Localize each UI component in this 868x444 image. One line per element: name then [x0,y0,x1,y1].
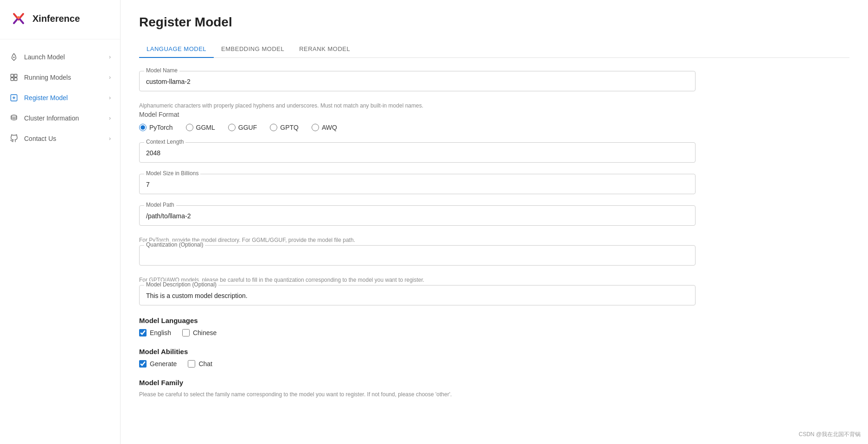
rocket-icon [9,52,19,62]
model-format-label: Model Format [139,111,696,118]
checkbox-english-label: English [150,329,171,336]
svg-rect-5 [11,78,13,81]
radio-pytorch-input[interactable] [139,124,147,131]
svg-point-1 [17,16,20,19]
radio-gguf[interactable]: GGUF [228,124,257,131]
model-description-input[interactable] [146,291,689,300]
sidebar-item-cluster-information[interactable]: Cluster Information › [0,108,120,128]
model-abilities-title: Model Abilities [139,348,696,355]
model-size-input[interactable] [146,180,689,189]
model-path-input[interactable] [146,211,689,221]
chevron-icon-contact: › [109,135,111,142]
radio-ggml-label: GGML [196,124,215,131]
svg-point-10 [11,115,17,117]
checkbox-english[interactable]: English [139,329,171,336]
model-format-radio-group: PyTorch GGML GGUF GPTQ AWQ [139,124,696,131]
model-path-label: Model Path [144,202,176,208]
quantization-hint: For GPTQ/AWQ models, please be careful t… [139,277,696,283]
model-description-label: Model Description (Optional) [144,281,218,288]
radio-awq-label: AWQ [322,124,337,131]
model-abilities-section: Model Abilities Generate Chat [139,348,696,368]
sidebar-item-launch-model[interactable]: Launch Model › [0,47,120,67]
quantization-label: Quantization (Optional) [144,241,205,248]
checkbox-english-input[interactable] [139,329,147,336]
context-length-label: Context Length [144,139,185,145]
sidebar-item-running-models[interactable]: Running Models › [0,67,120,88]
model-name-hint: Alphanumeric characters with properly pl… [139,102,696,109]
model-description-field: Model Description (Optional) [139,285,696,305]
sidebar: Xinference Launch Model › [0,0,121,444]
radio-ggml[interactable]: GGML [186,124,215,131]
grid-icon [9,73,19,82]
database-icon [9,114,19,123]
tab-embedding-model[interactable]: EMBEDDING MODEL [214,41,292,58]
radio-gptq-label: GPTQ [280,124,299,131]
model-languages-title: Model Languages [139,317,696,324]
chevron-icon-running: › [109,74,111,81]
watermark: CSDN @我在北国不背锅 [798,431,861,438]
sidebar-label-contact-us: Contact Us [24,135,56,142]
radio-pytorch-label: PyTorch [149,124,173,131]
radio-awq[interactable]: AWQ [312,124,337,131]
context-length-field: Context Length [139,142,696,163]
tab-rerank-model[interactable]: RERANK MODEL [292,41,357,58]
sidebar-item-contact-us[interactable]: Contact Us › [0,128,120,149]
model-languages-checkboxes: English Chinese [139,329,696,336]
radio-gguf-label: GGUF [238,124,257,131]
register-model-form: Model Name Alphanumeric characters with … [139,71,696,398]
model-size-field: Model Size in Billions [139,174,696,194]
checkbox-chat-input[interactable] [188,360,195,368]
model-family-title: Model Family [139,379,696,387]
model-format-section: Model Format PyTorch GGML GGUF GPTQ [139,111,696,131]
model-family-section: Model Family Please be careful to select… [139,379,696,398]
checkbox-chinese[interactable]: Chinese [182,329,217,336]
checkbox-chinese-label: Chinese [193,329,217,336]
sidebar-nav: Launch Model › Running Models › [0,39,120,156]
checkbox-chinese-input[interactable] [182,329,190,336]
model-path-hint: For PyTorch, provide the model directory… [139,237,696,243]
sidebar-label-launch-model: Launch Model [24,53,65,61]
checkbox-chat[interactable]: Chat [188,360,212,368]
tab-language-model[interactable]: LANGUAGE MODEL [139,41,214,58]
model-abilities-checkboxes: Generate Chat [139,360,696,368]
tabs-bar: LANGUAGE MODEL EMBEDDING MODEL RERANK MO… [139,41,849,58]
radio-gptq[interactable]: GPTQ [270,124,299,131]
svg-point-2 [13,57,15,58]
chevron-icon-cluster: › [109,115,111,121]
page-title: Register Model [139,15,849,30]
radio-ggml-input[interactable] [186,124,193,131]
model-name-field: Model Name [139,71,696,91]
radio-pytorch[interactable]: PyTorch [139,124,173,131]
model-size-label: Model Size in Billions [144,170,200,177]
model-languages-section: Model Languages English Chinese [139,317,696,336]
model-family-hint: Please be careful to select the family n… [139,391,696,398]
plus-square-icon [9,93,19,102]
chevron-icon-launch: › [109,54,111,60]
sidebar-label-register-model: Register Model [24,94,68,101]
checkbox-generate[interactable]: Generate [139,360,177,368]
radio-awq-input[interactable] [312,124,319,131]
app-name: Xinference [32,13,80,24]
logo-icon [9,9,28,28]
radio-gguf-input[interactable] [228,124,236,131]
quantization-field: Quantization (Optional) [139,245,696,266]
main-content: Register Model LANGUAGE MODEL EMBEDDING … [121,0,868,444]
sidebar-item-register-model[interactable]: Register Model › [0,88,120,108]
chevron-icon-register: › [109,95,111,101]
model-path-field: Model Path [139,205,696,226]
checkbox-chat-label: Chat [198,360,212,368]
checkbox-generate-input[interactable] [139,360,147,368]
quantization-input[interactable] [146,251,689,260]
radio-gptq-input[interactable] [270,124,277,131]
model-name-label: Model Name [144,67,179,74]
svg-rect-4 [14,74,17,77]
app-logo: Xinference [0,0,120,39]
context-length-input[interactable] [146,148,689,158]
github-icon [9,134,19,143]
svg-rect-6 [14,78,17,81]
checkbox-generate-label: Generate [150,360,177,368]
sidebar-label-cluster-info: Cluster Information [24,114,79,122]
svg-rect-3 [11,74,13,77]
model-name-input[interactable] [146,77,689,86]
sidebar-label-running-models: Running Models [24,74,71,81]
